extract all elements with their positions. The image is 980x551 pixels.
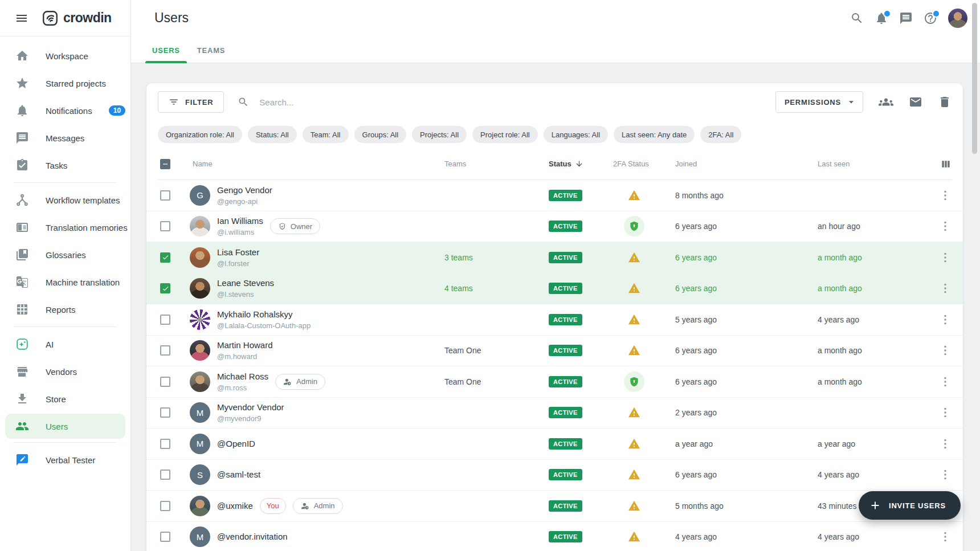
user-avatar[interactable] [948, 9, 967, 28]
filter-chip-projects[interactable]: Projects: All [412, 126, 467, 143]
row-menu-button[interactable] [938, 219, 952, 233]
invite-users-button[interactable]: INVITE USERS [859, 491, 961, 520]
user-name[interactable]: Mykhailo Rohalskyy [217, 309, 311, 320]
permissions-dropdown[interactable]: PERMISSIONS [775, 91, 863, 113]
help-button[interactable] [924, 11, 937, 25]
row-checkbox[interactable] [160, 252, 170, 263]
row-menu-button[interactable] [938, 530, 952, 544]
user-name[interactable]: Ian Williams [217, 216, 263, 226]
user-name[interactable]: @vendor.invitation [217, 532, 288, 542]
row-menu-button[interactable] [938, 437, 952, 451]
twofa-cell [613, 468, 675, 481]
filter-chip-last-seen[interactable]: Last seen: Any date [614, 126, 695, 143]
filter-chip-project-role[interactable]: Project role: All [472, 126, 538, 143]
column-joined[interactable]: Joined [675, 160, 815, 168]
sidebar-item-workflow-templates[interactable]: Workflow templates [0, 186, 130, 214]
sidebar-item-messages[interactable]: Messages [0, 124, 130, 152]
joined-cell: 2 years ago [675, 408, 815, 417]
sidebar-nav: WorkspaceStarred projectsNotifications10… [0, 36, 130, 474]
row-checkbox[interactable] [160, 439, 170, 449]
status-badge: ACTIVE [549, 283, 582, 294]
user-name[interactable]: Leane Stevens [217, 278, 274, 288]
tm-icon [15, 221, 29, 234]
select-all-checkbox[interactable] [160, 159, 170, 169]
row-menu-button[interactable] [938, 375, 952, 389]
row-menu-button[interactable] [938, 468, 952, 481]
user-name[interactable]: Lisa Foster [217, 247, 259, 258]
user-name[interactable]: Gengo Vendor [217, 185, 272, 195]
sidebar-item-reports[interactable]: Reports [0, 296, 130, 323]
row-checkbox[interactable] [160, 470, 170, 480]
column-teams[interactable]: Teams [442, 160, 545, 168]
column-status[interactable]: Status [545, 160, 613, 168]
row-menu-button[interactable] [938, 281, 952, 295]
twofa-warning-icon [628, 530, 640, 543]
filter-chip-groups[interactable]: Groups: All [354, 126, 407, 143]
tab-users[interactable]: USERS [144, 46, 189, 63]
sidebar-item-vendors[interactable]: Vendors [0, 358, 130, 385]
filter-button[interactable]: FILTER [158, 91, 224, 113]
row-checkbox[interactable] [160, 532, 170, 542]
user-handle: @Lalala-Custom-OAuth-app [217, 321, 311, 330]
crowdin-logo[interactable]: crowdin [42, 10, 112, 27]
column-last-seen[interactable]: Last seen [815, 160, 938, 168]
row-checkbox[interactable] [160, 345, 170, 356]
row-checkbox[interactable] [160, 283, 170, 293]
column-settings-icon[interactable] [940, 158, 952, 170]
user-name[interactable]: Martin Howard [217, 340, 273, 350]
user-name[interactable]: Michael Ross [217, 372, 268, 382]
messages-icon[interactable] [899, 11, 913, 25]
sidebar-item-store[interactable]: Store [0, 385, 130, 413]
user-name[interactable]: @uxmike [217, 501, 253, 511]
row-menu-button[interactable] [938, 313, 952, 326]
row-checkbox[interactable] [160, 377, 170, 387]
sidebar-item-glossaries[interactable]: Glossaries [0, 241, 130, 268]
sidebar-item-tasks[interactable]: Tasks [0, 152, 130, 179]
sidebar-item-machine-translation[interactable]: Machine translation [0, 268, 130, 296]
filter-chip-status[interactable]: Status: All [248, 126, 297, 143]
row-checkbox[interactable] [160, 501, 170, 511]
column-2fa[interactable]: 2FA Status [613, 160, 675, 168]
notifications-button[interactable] [875, 11, 888, 25]
table-row: Lisa Foster@l.forster3 teamsACTIVE6 year… [146, 242, 963, 274]
user-name[interactable]: @saml-test [217, 470, 260, 480]
scrollbar-thumb[interactable] [972, 3, 977, 154]
row-checkbox[interactable] [160, 315, 170, 325]
sidebar-item-starred-projects[interactable]: Starred projects [0, 70, 130, 97]
crowdin-logo-icon [42, 10, 59, 27]
delete-icon[interactable] [938, 95, 952, 109]
row-menu-button[interactable] [938, 406, 952, 419]
filter-chip-team[interactable]: Team: All [303, 126, 349, 143]
row-checkbox[interactable] [160, 407, 170, 418]
column-name[interactable]: Name [181, 160, 442, 168]
notification-dot [883, 10, 891, 18]
table-row: GGengo Vendor@gengo-apiACTIVE8 months ag… [146, 180, 963, 211]
row-checkbox[interactable] [160, 190, 170, 201]
row-menu-button[interactable] [938, 251, 952, 264]
filter-chip-2fa[interactable]: 2FA: All [700, 126, 741, 143]
row-menu-button[interactable] [938, 189, 952, 202]
tab-teams[interactable]: TEAMS [189, 46, 234, 63]
sidebar-item-users[interactable]: Users [5, 414, 125, 439]
row-checkbox[interactable] [160, 221, 170, 231]
search-icon[interactable] [850, 11, 864, 25]
menu-icon[interactable] [15, 11, 28, 25]
add-to-team-icon[interactable] [879, 95, 893, 109]
user-name[interactable]: Myvendor Vendor [217, 402, 284, 413]
status-badge: ACTIVE [549, 314, 582, 325]
sidebar: crowdin WorkspaceStarred projectsNotific… [0, 0, 131, 551]
sidebar-item-workspace[interactable]: Workspace [0, 42, 130, 70]
row-menu-button[interactable] [938, 344, 952, 357]
user-name[interactable]: @OpenID [217, 439, 255, 449]
tab-bar: USERS TEAMS [131, 36, 980, 63]
filter-chip-organization-role[interactable]: Organization role: All [158, 126, 242, 143]
last-seen-cell: 4 years ago [815, 470, 938, 479]
sidebar-item-translation-memories[interactable]: Translation memories [0, 214, 130, 241]
sidebar-item-notifications[interactable]: Notifications10 [0, 97, 130, 124]
email-icon[interactable] [909, 95, 922, 109]
filter-chip-languages[interactable]: Languages: All [544, 126, 608, 143]
sidebar-item-ai[interactable]: AI [0, 330, 130, 358]
search-input[interactable] [258, 97, 505, 108]
toolbar: FILTER PERMISSIONS [158, 91, 952, 113]
sidebar-item-verbal-tester[interactable]: Verbal Tester [0, 446, 130, 474]
